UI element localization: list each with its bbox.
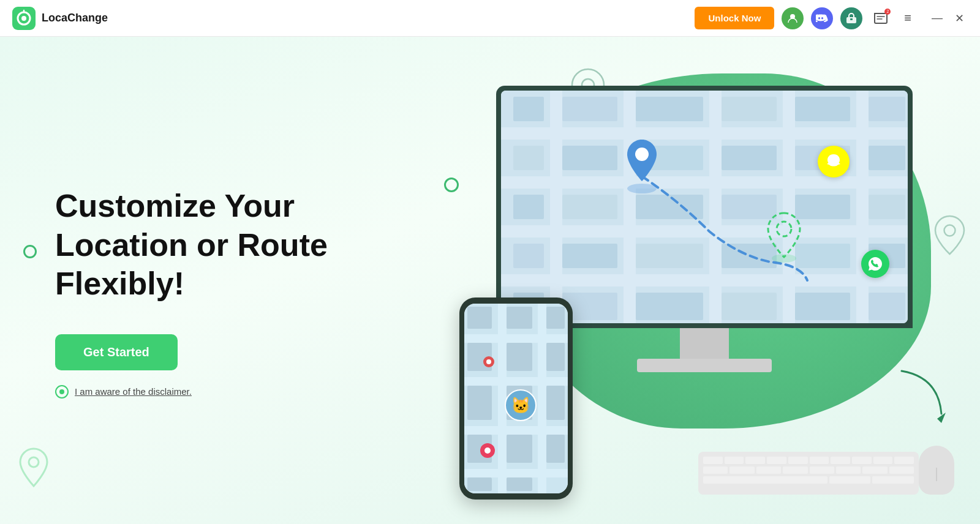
hero-headline: Customize Your Location or Route Flexibl… (55, 187, 343, 303)
key (783, 466, 807, 474)
svg-rect-63 (546, 307, 565, 329)
key (767, 457, 786, 464)
key (703, 466, 728, 474)
svg-rect-66 (546, 343, 565, 371)
svg-rect-38 (513, 244, 544, 268)
store-icon-button[interactable] (840, 7, 862, 29)
menu-button[interactable]: ≡ (899, 9, 916, 28)
key (873, 457, 893, 464)
deco-pin-bottom-left (18, 447, 49, 487)
svg-rect-35 (722, 195, 777, 219)
map-display (501, 91, 908, 323)
svg-rect-60 (538, 304, 546, 493)
monitor-screen (496, 86, 913, 328)
svg-rect-36 (795, 195, 850, 219)
chat-badge: 2 (884, 9, 891, 15)
svg-rect-27 (562, 146, 617, 170)
app-title: LocaChange (42, 12, 108, 24)
titlebar: LocaChange Unlock Now (0, 0, 980, 37)
svg-rect-40 (636, 244, 703, 268)
app-logo-icon (12, 7, 36, 30)
svg-rect-39 (562, 244, 617, 268)
key-row-2 (703, 466, 914, 474)
disclaimer-row: I am aware of the disclaimer. (55, 385, 343, 399)
svg-rect-22 (636, 97, 703, 121)
phone-screen: 🐱 (464, 304, 568, 493)
svg-rect-62 (507, 307, 532, 329)
svg-rect-71 (507, 435, 532, 463)
key (862, 466, 887, 474)
keyboard-keys (698, 452, 919, 488)
svg-rect-55 (464, 334, 568, 343)
svg-rect-25 (869, 97, 905, 121)
svg-rect-74 (507, 477, 532, 491)
logo-area: LocaChange (12, 7, 695, 30)
left-content: Customize Your Location or Route Flexibl… (0, 162, 343, 398)
svg-rect-56 (464, 377, 568, 386)
get-started-button[interactable]: Get Started (55, 334, 178, 370)
svg-rect-19 (856, 91, 869, 323)
snapchat-badge (818, 146, 850, 178)
svg-rect-20 (513, 97, 544, 121)
keyboard (698, 452, 919, 495)
svg-rect-23 (722, 97, 777, 121)
svg-rect-16 (624, 91, 636, 323)
deco-curved-arrow (895, 365, 951, 426)
titlebar-right: Unlock Now (695, 7, 968, 29)
svg-rect-72 (546, 435, 565, 463)
svg-rect-15 (550, 91, 562, 323)
monitor-stand-neck (680, 328, 729, 359)
disclaimer-link[interactable]: I am aware of the disclaimer. (75, 386, 192, 397)
main-content: Customize Your Location or Route Flexibl… (0, 37, 980, 524)
key (852, 457, 872, 464)
svg-rect-61 (467, 307, 492, 329)
svg-rect-18 (783, 91, 795, 323)
key (756, 466, 781, 474)
chat-icon-button[interactable]: 2 (870, 7, 892, 29)
disclaimer-radio-inner (59, 389, 64, 394)
svg-rect-32 (513, 195, 544, 219)
mouse (919, 446, 954, 495)
svg-rect-67 (467, 386, 492, 420)
unlock-now-button[interactable]: Unlock Now (695, 7, 774, 29)
svg-rect-49 (869, 293, 905, 320)
key (889, 466, 914, 474)
svg-rect-26 (513, 146, 544, 170)
svg-point-50 (627, 184, 657, 193)
key (836, 466, 861, 474)
right-illustration: 🐱 (337, 37, 980, 524)
svg-point-76 (486, 359, 491, 364)
disclaimer-radio[interactable] (55, 385, 69, 399)
svg-point-2 (21, 16, 26, 21)
svg-rect-47 (722, 293, 777, 320)
key (703, 457, 723, 464)
svg-rect-57 (464, 426, 568, 435)
monitor-stand-base (637, 359, 772, 372)
deco-pin-right (933, 214, 967, 256)
svg-rect-58 (464, 469, 568, 477)
phone: 🐱 (459, 298, 573, 500)
pikachu-badge: 🐱 (505, 389, 537, 421)
minimize-button[interactable]: — (929, 10, 946, 27)
key-row-1 (703, 457, 914, 464)
svg-rect-24 (795, 97, 850, 121)
key (829, 476, 871, 484)
svg-rect-65 (507, 343, 532, 371)
svg-rect-59 (498, 304, 507, 493)
svg-rect-37 (869, 195, 905, 219)
key (831, 457, 850, 464)
user-icon-button[interactable] (782, 7, 804, 29)
svg-rect-33 (562, 195, 617, 219)
svg-rect-21 (562, 97, 617, 121)
svg-rect-6 (850, 18, 853, 20)
svg-rect-48 (795, 293, 850, 320)
svg-rect-46 (636, 293, 703, 320)
key (788, 457, 808, 464)
svg-rect-29 (722, 146, 777, 170)
svg-rect-17 (709, 91, 722, 323)
svg-rect-73 (467, 477, 492, 491)
discord-icon-button[interactable] (811, 7, 833, 29)
key (729, 466, 754, 474)
close-button[interactable]: ✕ (951, 10, 968, 27)
spacebar-key (703, 476, 827, 484)
